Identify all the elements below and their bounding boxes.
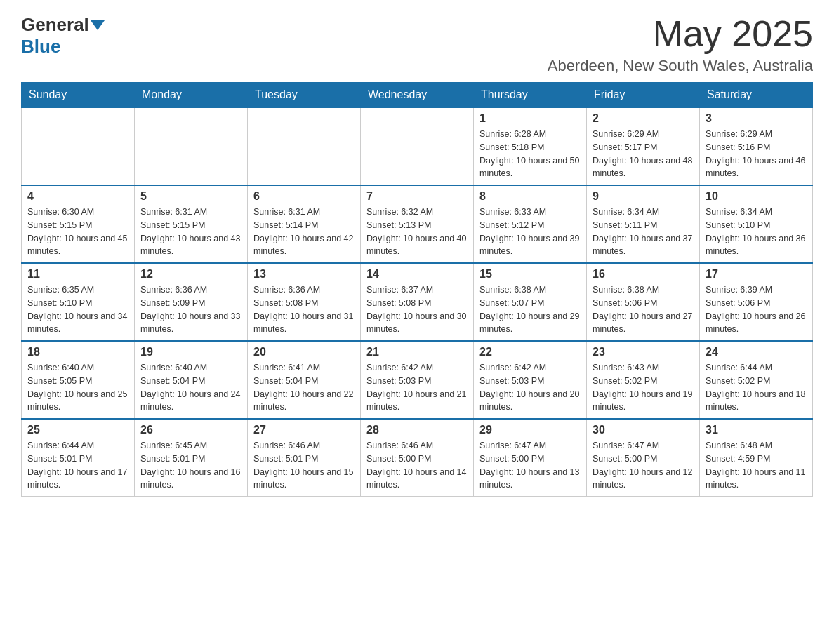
calendar-week-row: 4Sunrise: 6:30 AMSunset: 5:15 PMDaylight… — [22, 185, 813, 263]
day-info: Sunrise: 6:46 AMSunset: 5:01 PMDaylight:… — [253, 439, 355, 492]
calendar-cell: 11Sunrise: 6:35 AMSunset: 5:10 PMDayligh… — [22, 263, 135, 341]
day-number: 5 — [140, 190, 241, 203]
logo: General Blue — [21, 14, 105, 58]
day-number: 24 — [706, 346, 807, 358]
day-number: 31 — [706, 424, 807, 436]
day-number: 25 — [27, 424, 128, 436]
day-number: 20 — [253, 346, 355, 358]
day-number: 3 — [706, 112, 807, 125]
day-number: 17 — [706, 268, 807, 281]
day-number: 19 — [140, 346, 241, 358]
calendar-cell: 21Sunrise: 6:42 AMSunset: 5:03 PMDayligh… — [361, 341, 474, 419]
day-number: 16 — [593, 268, 694, 281]
calendar-cell — [22, 107, 135, 185]
logo-general-text: General — [21, 14, 89, 36]
calendar-cell: 31Sunrise: 6:48 AMSunset: 4:59 PMDayligh… — [700, 419, 813, 497]
calendar-cell: 22Sunrise: 6:42 AMSunset: 5:03 PMDayligh… — [474, 341, 587, 419]
day-number: 1 — [479, 112, 581, 125]
calendar-day-header: Sunday — [22, 83, 135, 108]
calendar-cell: 25Sunrise: 6:44 AMSunset: 5:01 PMDayligh… — [22, 419, 135, 497]
day-info: Sunrise: 6:46 AMSunset: 5:00 PMDaylight:… — [366, 439, 468, 492]
page-header: General Blue May 2025 Aberdeen, New Sout… — [21, 14, 813, 75]
day-info: Sunrise: 6:37 AMSunset: 5:08 PMDaylight:… — [366, 283, 468, 336]
day-info: Sunrise: 6:29 AMSunset: 5:16 PMDaylight:… — [706, 128, 807, 180]
calendar-cell: 1Sunrise: 6:28 AMSunset: 5:18 PMDaylight… — [474, 107, 587, 185]
calendar-cell: 4Sunrise: 6:30 AMSunset: 5:15 PMDaylight… — [22, 185, 135, 263]
calendar-cell: 6Sunrise: 6:31 AMSunset: 5:14 PMDaylight… — [248, 185, 361, 263]
day-info: Sunrise: 6:47 AMSunset: 5:00 PMDaylight:… — [593, 439, 694, 492]
logo-triangle-icon — [91, 20, 105, 30]
day-info: Sunrise: 6:35 AMSunset: 5:10 PMDaylight:… — [27, 283, 128, 336]
calendar-cell: 27Sunrise: 6:46 AMSunset: 5:01 PMDayligh… — [248, 419, 361, 497]
day-number: 12 — [140, 268, 241, 281]
day-info: Sunrise: 6:31 AMSunset: 5:14 PMDaylight:… — [253, 206, 355, 258]
logo-blue-text: Blue — [21, 36, 60, 58]
calendar-cell: 7Sunrise: 6:32 AMSunset: 5:13 PMDaylight… — [361, 185, 474, 263]
calendar-day-header: Saturday — [700, 83, 813, 108]
day-info: Sunrise: 6:38 AMSunset: 5:06 PMDaylight:… — [593, 283, 694, 336]
day-info: Sunrise: 6:42 AMSunset: 5:03 PMDaylight:… — [479, 361, 581, 414]
calendar-cell: 24Sunrise: 6:44 AMSunset: 5:02 PMDayligh… — [700, 341, 813, 419]
calendar-week-row: 18Sunrise: 6:40 AMSunset: 5:05 PMDayligh… — [22, 341, 813, 419]
calendar-cell: 14Sunrise: 6:37 AMSunset: 5:08 PMDayligh… — [361, 263, 474, 341]
day-number: 13 — [253, 268, 355, 281]
day-number: 26 — [140, 424, 241, 436]
calendar-cell — [361, 107, 474, 185]
calendar-cell: 23Sunrise: 6:43 AMSunset: 5:02 PMDayligh… — [587, 341, 700, 419]
day-number: 10 — [706, 190, 807, 203]
calendar-cell: 8Sunrise: 6:33 AMSunset: 5:12 PMDaylight… — [474, 185, 587, 263]
calendar-table: SundayMondayTuesdayWednesdayThursdayFrid… — [21, 82, 813, 497]
day-info: Sunrise: 6:40 AMSunset: 5:04 PMDaylight:… — [140, 361, 241, 414]
day-number: 14 — [366, 268, 468, 281]
day-info: Sunrise: 6:41 AMSunset: 5:04 PMDaylight:… — [253, 361, 355, 414]
calendar-day-header: Monday — [135, 83, 248, 108]
day-number: 8 — [479, 190, 581, 203]
calendar-cell: 16Sunrise: 6:38 AMSunset: 5:06 PMDayligh… — [587, 263, 700, 341]
day-number: 21 — [366, 346, 468, 358]
calendar-cell: 9Sunrise: 6:34 AMSunset: 5:11 PMDaylight… — [587, 185, 700, 263]
day-info: Sunrise: 6:33 AMSunset: 5:12 PMDaylight:… — [479, 206, 581, 258]
calendar-cell: 2Sunrise: 6:29 AMSunset: 5:17 PMDaylight… — [587, 107, 700, 185]
day-info: Sunrise: 6:38 AMSunset: 5:07 PMDaylight:… — [479, 283, 581, 336]
calendar-cell: 28Sunrise: 6:46 AMSunset: 5:00 PMDayligh… — [361, 419, 474, 497]
month-title: May 2025 — [548, 14, 813, 54]
day-info: Sunrise: 6:31 AMSunset: 5:15 PMDaylight:… — [140, 206, 241, 258]
calendar-cell: 18Sunrise: 6:40 AMSunset: 5:05 PMDayligh… — [22, 341, 135, 419]
day-info: Sunrise: 6:32 AMSunset: 5:13 PMDaylight:… — [366, 206, 468, 258]
day-number: 6 — [253, 190, 355, 203]
day-number: 9 — [593, 190, 694, 203]
calendar-day-header: Tuesday — [248, 83, 361, 108]
calendar-cell: 15Sunrise: 6:38 AMSunset: 5:07 PMDayligh… — [474, 263, 587, 341]
calendar-cell: 20Sunrise: 6:41 AMSunset: 5:04 PMDayligh… — [248, 341, 361, 419]
calendar-cell: 29Sunrise: 6:47 AMSunset: 5:00 PMDayligh… — [474, 419, 587, 497]
calendar-cell: 13Sunrise: 6:36 AMSunset: 5:08 PMDayligh… — [248, 263, 361, 341]
calendar-week-row: 11Sunrise: 6:35 AMSunset: 5:10 PMDayligh… — [22, 263, 813, 341]
location-title: Aberdeen, New South Wales, Australia — [548, 57, 813, 75]
day-info: Sunrise: 6:29 AMSunset: 5:17 PMDaylight:… — [593, 128, 694, 180]
calendar-cell: 26Sunrise: 6:45 AMSunset: 5:01 PMDayligh… — [135, 419, 248, 497]
calendar-cell: 19Sunrise: 6:40 AMSunset: 5:04 PMDayligh… — [135, 341, 248, 419]
day-number: 22 — [479, 346, 581, 358]
calendar-cell — [248, 107, 361, 185]
calendar-week-row: 25Sunrise: 6:44 AMSunset: 5:01 PMDayligh… — [22, 419, 813, 497]
day-number: 27 — [253, 424, 355, 436]
day-number: 7 — [366, 190, 468, 203]
day-info: Sunrise: 6:42 AMSunset: 5:03 PMDaylight:… — [366, 361, 468, 414]
day-info: Sunrise: 6:43 AMSunset: 5:02 PMDaylight:… — [593, 361, 694, 414]
day-number: 2 — [593, 112, 694, 125]
day-info: Sunrise: 6:45 AMSunset: 5:01 PMDaylight:… — [140, 439, 241, 492]
day-info: Sunrise: 6:40 AMSunset: 5:05 PMDaylight:… — [27, 361, 128, 414]
calendar-cell: 10Sunrise: 6:34 AMSunset: 5:10 PMDayligh… — [700, 185, 813, 263]
day-info: Sunrise: 6:34 AMSunset: 5:10 PMDaylight:… — [706, 206, 807, 258]
calendar-week-row: 1Sunrise: 6:28 AMSunset: 5:18 PMDaylight… — [22, 107, 813, 185]
day-number: 18 — [27, 346, 128, 358]
day-info: Sunrise: 6:39 AMSunset: 5:06 PMDaylight:… — [706, 283, 807, 336]
day-info: Sunrise: 6:36 AMSunset: 5:09 PMDaylight:… — [140, 283, 241, 336]
calendar-day-header: Thursday — [474, 83, 587, 108]
calendar-cell — [135, 107, 248, 185]
day-info: Sunrise: 6:44 AMSunset: 5:02 PMDaylight:… — [706, 361, 807, 414]
calendar-cell: 30Sunrise: 6:47 AMSunset: 5:00 PMDayligh… — [587, 419, 700, 497]
title-block: May 2025 Aberdeen, New South Wales, Aust… — [548, 14, 813, 75]
day-info: Sunrise: 6:44 AMSunset: 5:01 PMDaylight:… — [27, 439, 128, 492]
calendar-cell: 12Sunrise: 6:36 AMSunset: 5:09 PMDayligh… — [135, 263, 248, 341]
